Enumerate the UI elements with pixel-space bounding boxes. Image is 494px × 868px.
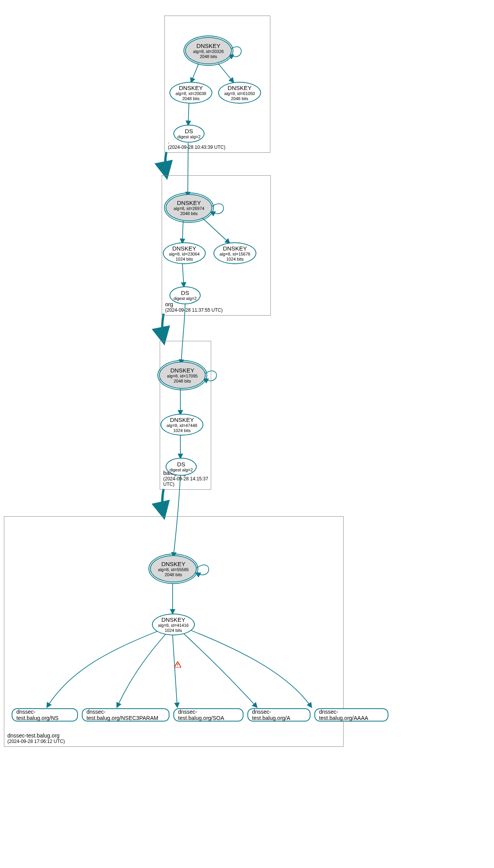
zone-root-ts: (2024-09-28 10:43:39 UTC) — [168, 145, 225, 150]
node-root-ds[interactable]: DS digest alg=2 — [173, 125, 205, 143]
rrset-soa[interactable]: dnssec-test.balug.org/SOA — [173, 708, 243, 722]
node-dt-ksk[interactable]: DNSKEY alg=8, id=55585 2048 bits — [150, 555, 197, 582]
node-org-zsk1[interactable]: DNSKEY alg=8, id=23064 1024 bits — [163, 242, 206, 264]
svg-rect-0 — [177, 663, 178, 665]
svg-rect-1 — [177, 666, 178, 667]
node-org-zsk2[interactable]: DNSKEY alg=8, id=15678 1024 bits — [213, 242, 256, 264]
node-org-ksk[interactable]: DNSKEY alg=8, id=26974 2048 bits — [166, 194, 212, 221]
node-org-ds[interactable]: DS digest alg=2 — [169, 286, 201, 304]
node-root-zsk2[interactable]: DNSKEY alg=8, id=61050 2048 bits — [218, 82, 261, 104]
warning-icon — [174, 662, 181, 668]
node-balug-ds[interactable]: DS digest alg=2 — [166, 458, 197, 476]
node-balug-ksk[interactable]: DNSKEY alg=8, id=17095 2048 bits — [159, 362, 206, 389]
rrset-aaaa[interactable]: dnssec-test.balug.org/AAAA — [314, 708, 388, 722]
zone-dt-label: dnssec-test.balug.org (2024-09-28 17:06:… — [7, 732, 65, 744]
node-title: DNSKEY — [196, 42, 221, 49]
dnssec-chain-diagram: . (2024-09-28 10:43:39 UTC) DNSKEY alg=8… — [0, 0, 494, 868]
node-title: DNSKEY — [179, 85, 203, 91]
node-dt-zsk[interactable]: DNSKEY alg=8, id=41416 1024 bits — [152, 614, 195, 635]
rrset-ns[interactable]: dnssec-test.balug.org/NS — [12, 708, 78, 722]
node-root-zsk1[interactable]: DNSKEY alg=8, id=20038 2048 bits — [169, 82, 212, 104]
rrset-nsec3param[interactable]: dnssec-test.balug.org/NSEC3PARAM — [82, 708, 169, 722]
node-sub: alg=8, id=20326 — [193, 49, 224, 54]
rrset-a[interactable]: dnssec-test.balug.org/A — [247, 708, 311, 722]
node-balug-zsk[interactable]: DNSKEY alg=8, id=47448 1024 bits — [161, 414, 203, 436]
node-root-ksk[interactable]: DNSKEY alg=8, id=20326 2048 bits — [185, 37, 232, 64]
node-bits: 2048 bits — [200, 54, 217, 59]
zone-org-label: org (2024-09-28 11:37:55 UTC) — [165, 301, 222, 313]
